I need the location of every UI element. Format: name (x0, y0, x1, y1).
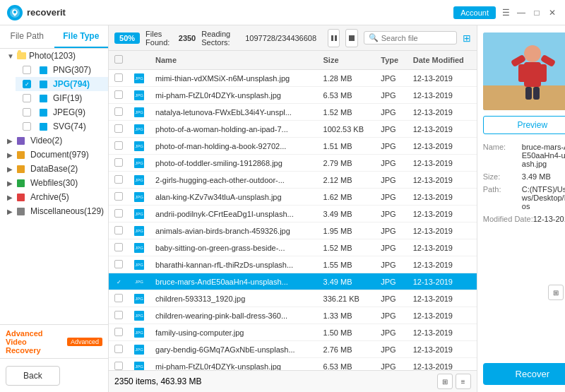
row-checkbox[interactable] (114, 226, 123, 234)
checkbox-jpg[interactable]: ✓ (23, 80, 31, 88)
table-row[interactable]: JPG mimi-thian-vdXMSiX-n6M-unsplash.jpg … (109, 70, 477, 87)
tree-item-webfiles[interactable]: ▶ Webfiles(30) (0, 176, 108, 190)
advanced-video-label[interactable]: Advanced Video Recovery (6, 329, 63, 355)
row-checkbox[interactable] (114, 311, 123, 319)
tab-filepath[interactable]: File Path (0, 25, 54, 48)
list-view-icon[interactable]: ≡ (456, 374, 471, 389)
tree-item-document[interactable]: ▶ Document(979) (0, 148, 108, 162)
header-type[interactable]: Type (375, 51, 407, 70)
row-date-cell: 12-13-2019 (408, 324, 477, 341)
row-name-cell: baby-sitting-on-green-grass-beside-... (150, 239, 317, 256)
table-row[interactable]: JPG children-593313_1920.jpg 336.21 KB J… (109, 290, 477, 307)
table-row[interactable]: JPG bharathi-kannan-rfL-thiRzDs-unsplash… (109, 256, 477, 273)
header-name[interactable]: Name (150, 51, 317, 70)
img-icon-jpg (40, 81, 47, 88)
table-row[interactable]: JPG photo-of-toddler-smiling-1912868.jpg… (109, 155, 477, 172)
tree-item-jpeg[interactable]: JPEG(9) (16, 105, 108, 119)
tree-item-jpg[interactable]: ✓ JPG(794) (16, 77, 108, 91)
row-date-cell: 12-13-2019 (408, 290, 477, 307)
table-row[interactable]: JPG mi-pham-FtZL0r4DZYk-unsplash.jpg 6.5… (109, 358, 477, 371)
row-checkbox[interactable]: ✓ (114, 278, 123, 286)
table-row[interactable]: JPG baby-sitting-on-green-grass-beside-.… (109, 239, 477, 256)
recover-button[interactable]: Recover (483, 363, 565, 385)
row-checkbox[interactable] (114, 107, 123, 116)
checkbox-gif[interactable] (23, 94, 31, 102)
progress-badge: 50% (114, 32, 140, 44)
row-checkbox[interactable] (114, 90, 123, 99)
row-type-cell: JPG (375, 189, 407, 206)
tree-item-video[interactable]: ▶ Video(2) (0, 133, 108, 148)
back-button[interactable]: Back (6, 366, 60, 386)
header-checkbox[interactable] (109, 51, 129, 70)
menu-button[interactable]: ☰ (500, 7, 511, 18)
table-row[interactable]: JPG children-wearing-pink-ball-dress-360… (109, 307, 477, 324)
row-checkbox[interactable] (114, 209, 123, 218)
tab-filetype[interactable]: File Type (54, 25, 109, 48)
label-video: Video(2) (30, 136, 62, 145)
row-icon-cell: JPG (129, 121, 150, 138)
account-button[interactable]: Account (453, 6, 496, 19)
sidebar-tree: ▼ Photo(1203) PNG(307) ✓ JPG(794) (0, 49, 108, 324)
file-name: andrii-podilnyk-CFrtEeaDg1I-unsplash... (155, 210, 294, 218)
tree-item-gif[interactable]: GIF(19) (16, 91, 108, 105)
search-input[interactable] (381, 34, 452, 42)
row-checkbox[interactable] (114, 73, 123, 82)
checkbox-svg[interactable] (23, 122, 31, 131)
row-checkbox[interactable] (114, 141, 123, 150)
tree-item-misc[interactable]: ▶ Miscellaneous(129) (0, 204, 108, 218)
tree-item-svg[interactable]: SVG(74) (16, 119, 108, 133)
table-row[interactable]: JPG 2-girls-hugging-each-other-outdoor-.… (109, 172, 477, 189)
row-icon-cell: JPG (129, 358, 150, 371)
row-type-cell: JPG (375, 290, 407, 307)
video-icon (17, 137, 25, 145)
filter-icon[interactable]: ⊞ (463, 32, 471, 44)
row-date-cell: 12-13-2019 (408, 206, 477, 222)
row-checkbox[interactable] (114, 124, 123, 133)
row-checkbox[interactable] (114, 158, 123, 167)
grid-view-icon[interactable]: ⊞ (437, 374, 453, 389)
table-row[interactable]: JPG animals-avian-birds-branch-459326.jp… (109, 222, 477, 239)
table-row[interactable]: JPG natalya-letunova-FWxEbL34i4Y-unspl..… (109, 104, 477, 121)
table-row[interactable]: JPG family-using-computer.jpg 1.50 MB JP… (109, 324, 477, 341)
table-row[interactable]: JPG andrii-podilnyk-CFrtEeaDg1I-unsplash… (109, 206, 477, 222)
table-row[interactable]: JPG photo-of-a-woman-holding-an-ipad-7..… (109, 121, 477, 138)
tree-item-database[interactable]: ▶ DataBase(2) (0, 162, 108, 176)
grid-view-panel-icon[interactable]: ⊞ (548, 285, 564, 300)
restore-button[interactable]: □ (531, 7, 542, 18)
row-checkbox[interactable] (114, 260, 123, 268)
row-checkbox[interactable] (114, 345, 123, 353)
row-checkbox[interactable] (114, 328, 123, 336)
file-name: photo-of-toddler-smiling-1912868.jpg (155, 159, 282, 167)
row-checkbox[interactable] (114, 192, 123, 201)
table-row[interactable]: JPG photo-of-man-holding-a-book-92702...… (109, 138, 477, 155)
close-button[interactable]: ✕ (547, 7, 558, 18)
row-icon-cell: JPG (129, 307, 150, 324)
row-checkbox[interactable] (114, 243, 123, 251)
row-date-cell: 12-13-2019 (408, 341, 477, 358)
header-size[interactable]: Size (318, 51, 376, 70)
row-checkbox-cell (109, 121, 129, 138)
table-row[interactable]: JPG gary-bendig-6GMq7AGxNbE-unsplash... … (109, 341, 477, 358)
minimize-button[interactable]: — (516, 7, 527, 18)
size-label: Size: (483, 172, 522, 181)
row-checkbox[interactable] (114, 362, 123, 370)
file-type-icon: JPG (134, 277, 144, 287)
row-type-cell: JPG (375, 172, 407, 189)
header-date[interactable]: Date Modified (408, 51, 477, 70)
main-layout: File Path File Type ▼ Photo(1203) PNG(30… (0, 25, 565, 392)
table-row[interactable]: JPG mi-pham-FtZL0r4DZYk-unsplash.jpg 6.5… (109, 87, 477, 104)
table-row[interactable]: JPG alan-king-KZv7w34tluA-unsplash.jpg 1… (109, 189, 477, 206)
checkbox-png[interactable] (23, 66, 31, 74)
search-box: 🔍 (364, 31, 457, 44)
tree-item-archive[interactable]: ▶ Archive(5) (0, 190, 108, 204)
tree-item-photo[interactable]: ▼ Photo(1203) (0, 49, 108, 63)
row-checkbox[interactable] (114, 294, 123, 302)
checkbox-jpeg[interactable] (23, 108, 31, 117)
preview-button[interactable]: Preview (483, 116, 565, 134)
tree-item-png[interactable]: PNG(307) (16, 63, 108, 77)
pause-button[interactable] (328, 29, 340, 47)
stop-button[interactable] (345, 29, 357, 47)
table-row[interactable]: ✓ JPG bruce-mars-AndE50aaHn4-unsplash...… (109, 273, 477, 290)
file-type-icon: JPG (134, 124, 144, 134)
row-checkbox[interactable] (114, 175, 123, 184)
